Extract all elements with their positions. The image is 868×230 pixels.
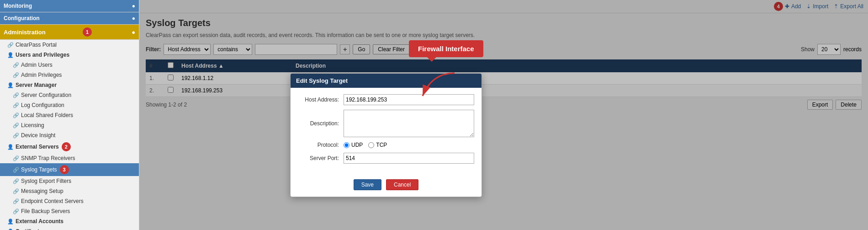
- protocol-radio-group: UDP TCP: [344, 142, 387, 148]
- messaging-setup-icon: 🔗: [13, 188, 19, 194]
- sidebar-item-label: ClearPass Portal: [16, 42, 57, 48]
- sidebar-item-label: Certificates: [16, 228, 45, 230]
- sidebar-configuration-header[interactable]: Configuration ●: [0, 12, 139, 25]
- sidebar-item-local-shared-folders[interactable]: 🔗 Local Shared Folders: [0, 110, 139, 120]
- protocol-tcp-text: TCP: [376, 142, 387, 148]
- licensing-icon: 🔗: [13, 123, 19, 128]
- sidebar-item-label: External Servers: [16, 144, 59, 150]
- description-textarea[interactable]: [344, 110, 474, 137]
- server-manager-icon: 👤: [7, 82, 14, 88]
- administration-badge: 1: [83, 27, 92, 37]
- certificates-icon: 👤: [7, 229, 14, 230]
- sidebar-item-label: Endpoint Context Servers: [21, 198, 84, 204]
- protocol-udp-radio[interactable]: [344, 142, 349, 148]
- protocol-label: Protocol:: [298, 142, 344, 148]
- main-content: 4 ✚ Add ⇣ Import ⇡ Export All Syslog Tar…: [139, 0, 868, 230]
- arrow-indicator: [413, 71, 468, 103]
- administration-label: Administration: [4, 29, 46, 36]
- syslog-export-filters-icon: 🔗: [13, 178, 19, 184]
- sidebar-item-label: Admin Privileges: [21, 72, 62, 78]
- sidebar-item-clearpass-portal[interactable]: 🔗 ClearPass Portal: [0, 40, 139, 50]
- dialog-footer: Save Cancel: [291, 175, 482, 197]
- sidebar-item-syslog-export-filters[interactable]: 🔗 Syslog Export Filters: [0, 176, 139, 186]
- protocol-udp-text: UDP: [351, 142, 363, 148]
- sidebar-item-label: SNMP Trap Receivers: [21, 155, 75, 161]
- modal-overlay: Firewall Interface Edit Syslog Target Ho…: [139, 0, 868, 230]
- sidebar-item-licensing[interactable]: 🔗 Licensing: [0, 120, 139, 130]
- protocol-row: Protocol: UDP TCP: [298, 142, 474, 148]
- administration-close-icon: ●: [132, 29, 135, 36]
- syslog-targets-icon: 🔗: [13, 167, 19, 173]
- firewall-callout-label: Firewall Interface: [418, 45, 474, 53]
- protocol-tcp-radio[interactable]: [368, 142, 374, 148]
- sidebar-item-device-insight[interactable]: 🔗 Device Insight: [0, 130, 139, 140]
- sidebar-item-label: Server Configuration: [21, 92, 71, 98]
- configuration-label: Configuration: [4, 15, 40, 21]
- endpoint-context-servers-icon: 🔗: [13, 198, 19, 204]
- sidebar-item-server-manager[interactable]: 👤 Server Manager: [0, 80, 139, 90]
- description-label: Description:: [298, 120, 344, 127]
- protocol-udp-label[interactable]: UDP: [344, 142, 363, 148]
- monitoring-label: Monitoring: [4, 3, 32, 9]
- admin-users-icon: 🔗: [13, 62, 19, 68]
- configuration-close-icon: ●: [132, 15, 135, 21]
- host-address-label: Host Address:: [298, 96, 344, 103]
- sidebar-administration-header[interactable]: Administration 1 ●: [0, 25, 139, 40]
- sidebar-item-admin-users[interactable]: 🔗 Admin Users: [0, 60, 139, 70]
- sidebar-item-admin-privileges[interactable]: 🔗 Admin Privileges: [0, 70, 139, 80]
- file-backup-servers-icon: 🔗: [13, 209, 19, 214]
- sidebar-item-label: Log Configuration: [21, 102, 64, 108]
- sidebar-item-syslog-targets[interactable]: 🔗 Syslog Targets 3: [0, 163, 139, 176]
- external-servers-icon: 👤: [7, 144, 14, 150]
- sidebar-item-label: Local Shared Folders: [21, 112, 73, 118]
- sidebar-item-label: Syslog Export Filters: [21, 178, 71, 184]
- sidebar-item-label: Syslog Targets: [21, 166, 57, 173]
- server-port-label: Server Port:: [298, 155, 344, 161]
- sidebar-item-messaging-setup[interactable]: 🔗 Messaging Setup: [0, 186, 139, 196]
- monitoring-close-icon: ●: [132, 3, 135, 9]
- local-shared-folders-icon: 🔗: [13, 112, 19, 118]
- sidebar-item-snmp-trap-receivers[interactable]: 🔗 SNMP Trap Receivers: [0, 153, 139, 163]
- sidebar-item-label: External Accounts: [16, 218, 64, 225]
- users-privileges-icon: 👤: [7, 52, 14, 58]
- sidebar-item-file-backup-servers[interactable]: 🔗 File Backup Servers: [0, 206, 139, 216]
- sidebar-item-endpoint-context-servers[interactable]: 🔗 Endpoint Context Servers: [0, 196, 139, 206]
- firewall-callout: Firewall Interface: [409, 40, 483, 57]
- server-port-input[interactable]: [344, 153, 474, 164]
- cancel-button[interactable]: Cancel: [386, 179, 418, 190]
- clearpass-portal-icon: 🔗: [7, 42, 14, 48]
- device-insight-icon: 🔗: [13, 133, 19, 139]
- snmp-trap-receivers-icon: 🔗: [13, 155, 19, 161]
- sidebar-item-certificates[interactable]: 👤 Certificates: [0, 226, 139, 230]
- external-accounts-icon: 👤: [7, 219, 14, 225]
- server-configuration-icon: 🔗: [13, 92, 19, 98]
- save-button[interactable]: Save: [354, 179, 381, 190]
- log-configuration-icon: 🔗: [13, 102, 19, 108]
- sidebar-item-label: Device Insight: [21, 132, 55, 139]
- syslog-targets-badge: 3: [60, 165, 69, 174]
- sidebar-item-log-configuration[interactable]: 🔗 Log Configuration: [0, 100, 139, 110]
- sidebar-item-label: Messaging Setup: [21, 188, 64, 194]
- description-row: Description:: [298, 110, 474, 137]
- admin-privileges-icon: 🔗: [13, 72, 19, 78]
- sidebar-item-label: Licensing: [21, 122, 44, 128]
- sidebar-item-external-servers[interactable]: 👤 External Servers 2: [0, 140, 139, 153]
- server-port-row: Server Port:: [298, 153, 474, 164]
- external-servers-badge: 2: [62, 142, 71, 151]
- sidebar: Monitoring ● Configuration ● Administrat…: [0, 0, 139, 230]
- protocol-tcp-label[interactable]: TCP: [368, 142, 387, 148]
- sidebar-monitoring-header[interactable]: Monitoring ●: [0, 0, 139, 12]
- sidebar-item-external-accounts[interactable]: 👤 External Accounts: [0, 216, 139, 226]
- sidebar-item-label: Users and Privileges: [16, 52, 69, 58]
- sidebar-item-label: File Backup Servers: [21, 208, 70, 214]
- sidebar-item-label: Server Manager: [16, 82, 57, 88]
- sidebar-item-users-privileges[interactable]: 👤 Users and Privileges: [0, 50, 139, 60]
- sidebar-item-server-configuration[interactable]: 🔗 Server Configuration: [0, 90, 139, 100]
- sidebar-item-label: Admin Users: [21, 62, 53, 68]
- dialog-title: Edit Syslog Target: [296, 77, 348, 84]
